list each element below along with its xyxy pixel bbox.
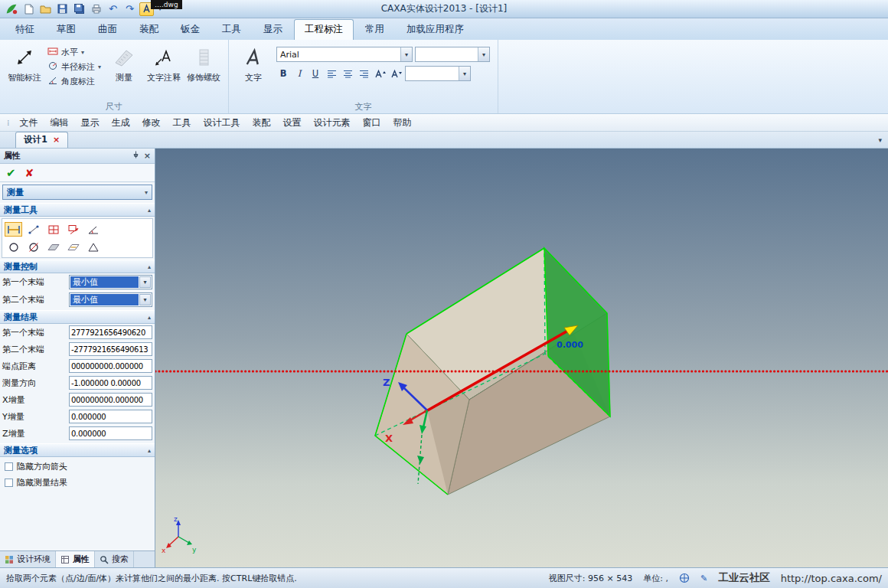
tool-angle-measure[interactable] — [84, 222, 102, 237]
cancel-button[interactable]: ✘ — [25, 167, 34, 179]
save-icon[interactable] — [55, 2, 70, 16]
print-icon[interactable] — [89, 2, 103, 16]
community-watermark: 工业云社区 — [718, 571, 770, 585]
ribbon-tab-sheetmetal[interactable]: 钣金 — [170, 19, 211, 40]
menu-tools[interactable]: 工具 — [167, 115, 198, 131]
tab-list-caret-icon[interactable]: ▾ — [878, 136, 882, 144]
font-family-select[interactable]: Arial ▾ — [276, 47, 413, 62]
font-decrease-button[interactable] — [389, 67, 403, 80]
font-size-select[interactable]: ▾ — [415, 47, 490, 62]
tool-cone-angle[interactable] — [84, 240, 102, 254]
pin-icon[interactable] — [132, 151, 139, 161]
tool-distance-point-point[interactable] — [24, 222, 42, 237]
measure-direction-field[interactable]: -1.000000 0.00000 — [69, 376, 152, 390]
menu-window[interactable]: 窗口 — [357, 115, 387, 131]
save-all-icon[interactable] — [72, 2, 87, 16]
pencil-icon[interactable]: ✎ — [700, 573, 707, 583]
ribbon-tab-addins[interactable]: 加载应用程序 — [396, 19, 475, 40]
align-center-button[interactable] — [341, 67, 354, 80]
text-note-button[interactable]: 文字注释 — [144, 42, 184, 86]
italic-button[interactable]: I — [292, 67, 306, 80]
new-document-icon[interactable] — [21, 2, 36, 16]
font-increase-button[interactable] — [373, 67, 387, 80]
main-area: 属性 × ✔ ✘ 测量 ▾ 测量工具 ▴ — [0, 149, 888, 567]
smart-dim-button[interactable]: 智能标注 — [5, 42, 44, 86]
app-logo-icon[interactable] — [4, 2, 19, 17]
measure-button[interactable]: 测量 — [104, 42, 144, 86]
tab-design-environment[interactable]: 设计环境 — [0, 551, 56, 567]
document-tab-design1[interactable]: 设计1 × — [15, 132, 68, 148]
second-end-value-field[interactable]: -2777921656490613 — [69, 342, 152, 356]
tool-circle-tangent[interactable] — [24, 240, 42, 254]
underline-button[interactable]: U — [309, 67, 322, 80]
viewport-3d-canvas[interactable]: Z X 0.000 z x y — [155, 149, 888, 567]
z-delta-field[interactable]: 0.000000 — [69, 426, 152, 440]
section-header-measure-results[interactable]: 测量结果 ▴ — [0, 310, 155, 324]
y-delta-field[interactable]: 0.000000 — [69, 410, 152, 423]
tab-search[interactable]: 搜索 — [95, 551, 134, 567]
tool-plane-distance[interactable] — [64, 240, 82, 254]
menu-file[interactable]: 文件 — [14, 115, 44, 131]
x-delta-field[interactable]: 000000000.000000 — [69, 393, 152, 407]
menu-edit[interactable]: 编辑 — [44, 115, 75, 131]
menu-generate[interactable]: 生成 — [106, 115, 136, 131]
close-tab-icon[interactable]: × — [53, 135, 60, 145]
axis-indicator-icon[interactable] — [679, 573, 690, 583]
ribbon-tab-display[interactable]: 显示 — [253, 19, 293, 40]
tool-length-two-points[interactable] — [5, 222, 22, 237]
menu-modify[interactable]: 修改 — [136, 115, 167, 131]
text-button[interactable]: 文字 — [233, 42, 273, 86]
align-right-button[interactable] — [357, 67, 371, 80]
ribbon-tab-tools[interactable]: 工具 — [211, 19, 252, 40]
tool-distance-edge[interactable] — [44, 222, 62, 237]
ribbon-tab-common[interactable]: 常用 — [354, 19, 395, 40]
tool-distance-face[interactable] — [64, 222, 82, 237]
undo-icon[interactable]: ↶ — [106, 2, 120, 16]
menu-grip-icon: ⁞ — [3, 118, 14, 128]
angle-dim-button[interactable]: 角度标注 — [47, 76, 101, 87]
ribbon-tab-features[interactable]: 特征 — [5, 19, 45, 40]
viewport-3d[interactable]: Z X 0.000 z x y — [155, 149, 888, 567]
section-header-measure-options[interactable]: 测量选项 ▴ — [0, 443, 155, 457]
measure-mode-value: 测量 — [7, 187, 24, 198]
checkbox-box[interactable] — [5, 462, 13, 471]
section-header-measure-control[interactable]: 测量控制 ▴ — [0, 260, 155, 273]
confirm-button[interactable]: ✔ — [6, 166, 16, 180]
menu-design-tools[interactable]: 设计工具 — [198, 115, 246, 131]
panel-close-icon[interactable]: × — [144, 151, 151, 161]
hide-direction-arrow-checkbox[interactable]: 隐藏方向箭头 — [3, 459, 152, 475]
menu-assembly[interactable]: 装配 — [246, 115, 277, 131]
chevron-down-icon: ▾ — [98, 64, 101, 70]
menu-settings[interactable]: 设置 — [277, 115, 308, 131]
first-end-value-field[interactable]: 2777921656490620 — [69, 325, 152, 339]
radius-dim-button[interactable]: 半径标注 ▾ — [47, 61, 101, 73]
checkbox-box[interactable] — [5, 479, 13, 487]
menu-help[interactable]: 帮助 — [387, 115, 418, 131]
chevron-down-icon: ▾ — [400, 47, 412, 61]
status-hint: 拾取两个元素（点/边/面/体）来计算他们之间的最小距离. 按CTRL键拾取错点. — [6, 573, 538, 584]
section-header-measure-tools[interactable]: 测量工具 ▴ — [0, 203, 155, 217]
triad-x-label: x — [162, 547, 166, 554]
tool-circle-measure[interactable] — [5, 240, 22, 254]
redo-icon[interactable]: ↷ — [122, 2, 137, 16]
hide-measure-result-checkbox[interactable]: 隐藏测量结果 — [3, 475, 152, 491]
align-left-button[interactable] — [325, 67, 338, 80]
menu-design-elements[interactable]: 设计元素 — [308, 115, 357, 131]
endpoint-distance-field[interactable]: 000000000.000000 — [69, 359, 152, 373]
ribbon-tab-surface[interactable]: 曲面 — [87, 19, 128, 40]
measure-mode-dropdown[interactable]: 测量 ▾ — [2, 185, 152, 200]
tab-properties[interactable]: 属性 — [56, 551, 95, 567]
tool-plane-measure[interactable] — [44, 240, 62, 254]
ribbon-tab-engineering-annotation[interactable]: 工程标注 — [294, 19, 354, 40]
second-end-dropdown[interactable]: 最小值 ▾ — [69, 292, 152, 307]
open-file-icon[interactable] — [38, 2, 53, 16]
axis-x-label: X — [385, 433, 393, 444]
horizontal-dim-button[interactable]: 水平 ▾ — [47, 47, 101, 58]
first-end-dropdown[interactable]: 最小值 ▾ — [69, 275, 152, 289]
menu-display[interactable]: 显示 — [75, 115, 106, 131]
ribbon-tab-sketch[interactable]: 草图 — [46, 19, 87, 40]
bold-button[interactable]: B — [276, 67, 290, 80]
text-color-select[interactable]: ▾ — [405, 66, 471, 81]
thread-decoration-button[interactable]: 修饰螺纹 — [184, 42, 224, 86]
ribbon-tab-assembly[interactable]: 装配 — [129, 19, 169, 40]
